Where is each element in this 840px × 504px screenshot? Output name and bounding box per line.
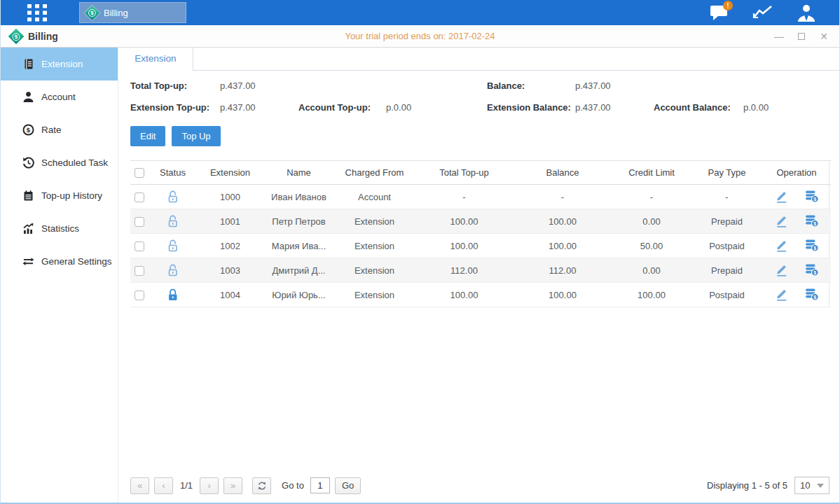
edit-button[interactable]: Edit [130, 126, 165, 146]
go-button[interactable]: Go [335, 477, 361, 494]
prev-page-button[interactable]: ‹ [154, 477, 173, 494]
topup-extension-button[interactable]: $ [804, 214, 819, 227]
sidebar-item-top-up-history[interactable]: Top-up History [1, 179, 118, 212]
topup-extension-button[interactable]: $ [804, 262, 819, 276]
topup-extension-button[interactable]: $ [804, 189, 819, 203]
reports-button[interactable] [751, 3, 775, 22]
sidebar-item-label: Extension [41, 59, 83, 69]
table-row: 1004Юрий Юрь...Extension100.00100.00100.… [130, 283, 831, 307]
name-cell: Дмитрий Д... [263, 258, 334, 283]
row-checkbox[interactable] [135, 290, 144, 300]
edit-extension-button[interactable] [775, 262, 789, 276]
tab-extension[interactable]: Extension [118, 48, 193, 71]
extension-cell: 1003 [197, 258, 263, 283]
total-topup-label: Total Top-up: [130, 80, 220, 92]
row-checkbox[interactable] [135, 217, 144, 227]
total-topup-value: p.437.00 [220, 80, 298, 92]
notebook-icon [22, 190, 34, 202]
edit-extension-button[interactable] [775, 287, 789, 301]
name-cell: Иван Иванов [263, 185, 334, 209]
refresh-button[interactable] [252, 477, 271, 494]
name-cell: Мария Ива... [263, 234, 334, 258]
edit-extension-button[interactable] [775, 214, 789, 227]
edit-extension-button[interactable] [775, 238, 789, 252]
sidebar-item-statistics[interactable]: Statistics [1, 212, 118, 245]
sidebar-item-account[interactable]: Account [1, 80, 118, 113]
app-grid-icon[interactable] [27, 4, 48, 22]
balance-cell: - [514, 185, 612, 209]
table-header: StatusExtensionNameCharged FromTotal Top… [130, 161, 831, 185]
status-unlocked-icon [166, 239, 179, 253]
stats-icon [22, 223, 34, 235]
balance-cell: 112.00 [514, 258, 612, 283]
charged-from-cell: Extension [334, 209, 415, 234]
sidebar-item-rate[interactable]: $Rate [1, 113, 118, 146]
window-title-bar: $ Billing Your trial period ends on: 201… [1, 25, 839, 48]
pagination-bar: « ‹ 1/1 › » Go to Go Displaying 1 - 5 of… [118, 477, 839, 503]
topup-coins-icon: $ [804, 262, 819, 276]
edit-icon [775, 238, 789, 252]
sidebar-item-general-settings[interactable]: General Settings [1, 245, 118, 278]
row-checkbox[interactable] [135, 241, 144, 251]
pay-type-cell: Prepaid [691, 258, 762, 283]
displaying-text: Displaying 1 - 5 of 5 [707, 480, 787, 491]
extension-cell: 1000 [197, 185, 263, 209]
close-button[interactable]: ✕ [818, 31, 829, 42]
window-title: Billing [28, 31, 58, 42]
sliders-icon [22, 255, 34, 268]
tab-strip: Extension [118, 48, 839, 71]
goto-page-input[interactable] [310, 477, 330, 493]
sidebar-item-label: Account [41, 92, 76, 102]
credit-limit-cell: 0.00 [612, 209, 691, 234]
billing-app-icon: $ [85, 5, 99, 20]
trial-message: Your trial period ends on: 2017-02-24 [1, 31, 839, 41]
name-cell: Петр Петров [263, 209, 334, 234]
taskbar-item-billing[interactable]: $ Billing [79, 2, 186, 23]
total-topup-cell: 100.00 [415, 209, 514, 234]
total-topup-cell: 100.00 [415, 234, 514, 258]
topup-extension-button[interactable]: $ [804, 287, 819, 301]
first-page-button[interactable]: « [130, 477, 149, 494]
row-checkbox[interactable] [135, 266, 144, 276]
select-all-checkbox[interactable] [135, 168, 144, 178]
minimize-button[interactable]: — [773, 31, 785, 42]
action-buttons: Edit Top Up [130, 126, 839, 146]
edit-extension-button[interactable] [775, 189, 789, 203]
total-topup-cell: - [415, 185, 514, 209]
column-header-status: Status [149, 161, 197, 185]
topup-coins-icon: $ [804, 189, 819, 203]
history-clock-icon [22, 157, 34, 169]
topup-extension-button[interactable]: $ [804, 238, 819, 252]
name-cell: Юрий Юрь... [263, 283, 334, 307]
user-account-button[interactable] [794, 3, 818, 22]
edit-icon [775, 214, 789, 227]
total-topup-cell: 112.00 [415, 258, 514, 283]
sidebar-item-extension[interactable]: Extension [1, 48, 118, 80]
sidebar-item-label: General Settings [41, 256, 112, 267]
row-checkbox[interactable] [135, 192, 144, 202]
extension-cell: 1002 [197, 234, 263, 258]
extension-topup-value: p.437.00 [220, 102, 298, 113]
table-row: 1000Иван ИвановAccount----$ [130, 185, 831, 209]
user-icon [797, 4, 816, 22]
page-size-select[interactable]: 10 [794, 477, 829, 494]
top-up-button[interactable]: Top Up [172, 126, 220, 146]
extension-cell: 1001 [197, 209, 263, 234]
extensions-table-wrap: StatusExtensionNameCharged FromTotal Top… [130, 160, 829, 307]
next-page-button[interactable]: › [200, 477, 219, 494]
sidebar-nav: ExtensionAccount$RateScheduled TaskTop-u… [1, 48, 118, 503]
last-page-button[interactable]: » [223, 477, 242, 494]
maximize-button[interactable] [796, 31, 807, 42]
sidebar-item-scheduled-task[interactable]: Scheduled Task [1, 146, 118, 179]
account-topup-value: p.0.00 [386, 102, 487, 113]
charged-from-cell: Extension [334, 258, 415, 283]
account-balance-label: Account Balance: [654, 102, 743, 113]
credit-limit-cell: - [612, 185, 691, 209]
column-header-total-top-up: Total Top-up [415, 161, 514, 185]
credit-limit-cell: 0.00 [612, 258, 691, 283]
balance-cell: 100.00 [514, 209, 612, 234]
ledger-icon [22, 58, 34, 71]
column-header-credit-limit: Credit Limit [612, 161, 691, 185]
messages-button[interactable]: ! [708, 3, 731, 22]
table-row: 1001Петр ПетровExtension100.00100.000.00… [130, 209, 831, 234]
